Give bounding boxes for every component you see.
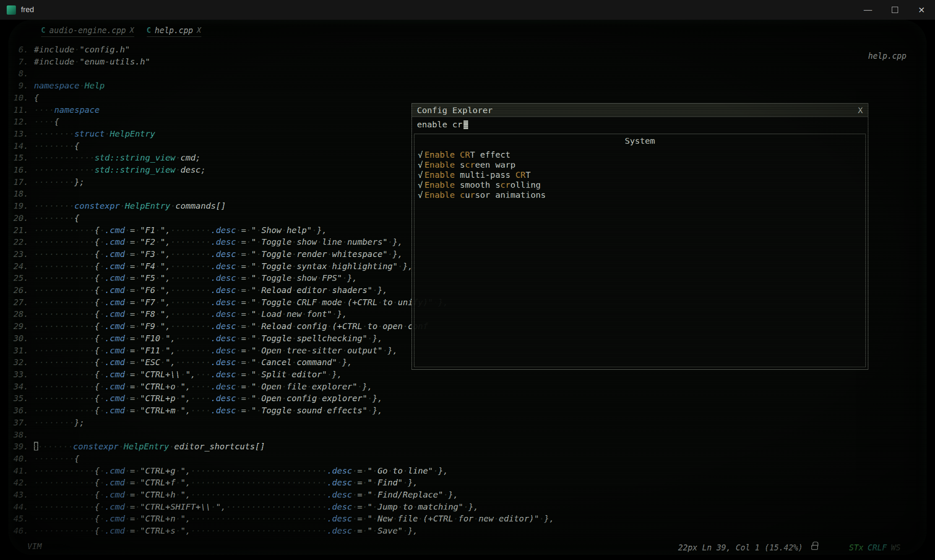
line-number: 15. — [8, 152, 29, 164]
line-content: ····{ — [34, 116, 59, 128]
line-content: ············{·.cmd·=·"CTRL+f·",·········… — [34, 477, 418, 489]
checkbox-checked-icon[interactable]: √ — [418, 170, 423, 180]
line-content: ············{·.cmd·=·"CTRL+o·",····.desc… — [34, 381, 372, 393]
config-search-input[interactable]: enable cr — [412, 117, 868, 132]
status-flags: STxCRLFWS — [849, 543, 901, 552]
code-line: 44.············{·.cmd·=·"CTRL+SHIFT+\\·"… — [8, 501, 927, 513]
code-line: 38. — [8, 429, 927, 441]
line-content: ············{·.cmd·=·"CTRL+SHIFT+\\·",··… — [34, 501, 479, 513]
line-content: { — [34, 92, 39, 104]
checkbox-checked-icon[interactable]: √ — [418, 160, 423, 170]
line-number: 17. — [8, 176, 29, 188]
checkbox-checked-icon[interactable]: √ — [418, 150, 423, 160]
line-number: 45. — [8, 513, 29, 525]
maximize-button[interactable] — [881, 0, 908, 20]
text-cursor — [464, 120, 468, 129]
line-content: ············{·.cmd·=·"ESC·",·······.desc… — [34, 356, 352, 368]
code-line: 9.namespace·Help — [8, 80, 927, 92]
line-content: ············{·.cmd·=·"CTRL+s·",·········… — [34, 525, 418, 537]
line-content: ············{·.cmd·=·"F4·",········.desc… — [34, 260, 413, 272]
config-option[interactable]: √Enable screen warp — [418, 160, 865, 170]
line-number: 28. — [8, 308, 29, 320]
config-explorer-header: Config Explorer X — [412, 104, 868, 117]
crt-screen: Caudio-engine.cppXChelp.cppX help.cpp 6.… — [8, 20, 927, 555]
config-option[interactable]: √Enable multi-pass CRT — [418, 170, 865, 180]
checkbox-checked-icon[interactable]: √ — [418, 180, 423, 190]
tab-label: audio-engine.cpp — [49, 26, 126, 35]
config-search-value: enable cr — [417, 119, 462, 130]
tab-help.cpp[interactable]: Chelp.cppX — [147, 26, 201, 37]
line-content: ············{·.cmd·=·"F8·",········.desc… — [34, 308, 347, 320]
code-line: 8. — [8, 67, 927, 80]
option-label-segment: sor animations — [475, 190, 546, 200]
line-content: ············{·.cmd·=·"F5·",········.desc… — [34, 272, 357, 284]
line-content: ············{·.cmd·=·"F9·",········.desc… — [34, 320, 428, 332]
code-line: 40.········{ — [8, 453, 927, 465]
cpp-file-icon: C — [41, 26, 45, 34]
line-content: ········constexpr·HelpEntry·editor_short… — [34, 441, 265, 453]
line-content: ············{·.cmd·=·"F11·",·······.desc… — [34, 345, 398, 357]
code-line: 42.············{·.cmd·=·"CTRL+f·",······… — [8, 477, 927, 489]
window-controls: — ✕ — [854, 0, 935, 20]
line-content: ········constexpr·HelpEntry·commands[] — [34, 200, 226, 212]
window-titlebar: fred — ✕ — [0, 0, 935, 20]
option-label-segment: smooth s — [460, 180, 500, 190]
line-content: ············{·.cmd·=·"F1·",········.desc… — [34, 224, 327, 236]
minimize-button[interactable]: — — [854, 0, 881, 20]
line-number: 30. — [8, 332, 29, 345]
option-label-segment: Enable — [425, 180, 460, 190]
option-label-segment: CR — [516, 170, 526, 180]
line-number: 11. — [8, 104, 29, 116]
status-flag-crlf: CRLF — [867, 543, 887, 552]
line-number: 39. — [8, 441, 29, 453]
tab-audio-engine.cpp[interactable]: Caudio-engine.cppX — [41, 26, 134, 37]
code-line: 6.#include·"config.h" — [8, 44, 927, 56]
config-explorer-panel: Config Explorer X enable cr System √Enab… — [412, 103, 868, 370]
option-label-segment: u — [465, 190, 470, 200]
config-explorer-title: Config Explorer — [417, 105, 493, 115]
code-line: 37.········}; — [8, 417, 927, 429]
line-content: ············{·.cmd·=·"CTRL+h·",·········… — [34, 489, 458, 501]
line-number: 24. — [8, 260, 29, 272]
line-number: 27. — [8, 296, 29, 309]
line-content: ············std::string_view·desc; — [34, 164, 206, 176]
line-number: 12. — [8, 116, 29, 128]
cpp-file-icon: C — [147, 26, 151, 34]
line-content: ············{·.cmd·=·"CTRL+n·",·········… — [34, 513, 554, 525]
code-line: 39.········constexpr·HelpEntry·editor_sh… — [8, 441, 927, 453]
option-label-segment: olling — [510, 180, 541, 190]
code-line: 7.#include·"enum-utils.h" — [8, 56, 927, 68]
config-option[interactable]: √Enable smooth scrolling — [418, 180, 865, 190]
line-content: #include·"config.h" — [34, 44, 130, 56]
maximize-icon — [892, 7, 898, 13]
config-close-button[interactable]: X — [858, 105, 863, 115]
line-number: 21. — [8, 224, 29, 236]
line-number: 8. — [8, 67, 29, 80]
line-content: ············{·.cmd·=·"CTRL+m·",····.desc… — [34, 404, 383, 417]
lock-icon — [811, 545, 818, 550]
line-number: 42. — [8, 477, 29, 489]
line-content: ············{·.cmd·=·"CTRL+p·",····.desc… — [34, 392, 383, 404]
checkbox-checked-icon[interactable]: √ — [418, 190, 423, 200]
code-line: 36.············{·.cmd·=·"CTRL+m·",····.d… — [8, 404, 927, 417]
line-number: 32. — [8, 356, 29, 368]
tab-close-button[interactable]: X — [130, 26, 134, 34]
tab-close-button[interactable]: X — [197, 26, 201, 34]
line-number: 44. — [8, 501, 29, 513]
line-number: 22. — [8, 236, 29, 248]
option-label-segment: Enable c — [425, 190, 465, 200]
option-label-segment: cr — [465, 160, 475, 170]
line-number: 35. — [8, 392, 29, 404]
option-label-segment: een warp — [475, 160, 515, 170]
status-info: 22px Ln 39, Col 1 (15.42%) — [678, 543, 803, 552]
line-number: 34. — [8, 381, 29, 393]
line-content: ············{·.cmd·=·"F10·",·······.desc… — [34, 332, 383, 345]
line-number: 18. — [8, 188, 29, 200]
option-label-segment: Enable — [425, 170, 460, 180]
close-button[interactable]: ✕ — [908, 0, 935, 20]
option-label-segment: T effect — [470, 150, 510, 160]
line-content: ········struct·HelpEntry — [34, 128, 155, 140]
config-option[interactable]: √Enable CRT effect — [418, 150, 865, 160]
config-option[interactable]: √Enable cursor animations — [418, 190, 865, 200]
line-content: ········{ — [34, 453, 79, 465]
